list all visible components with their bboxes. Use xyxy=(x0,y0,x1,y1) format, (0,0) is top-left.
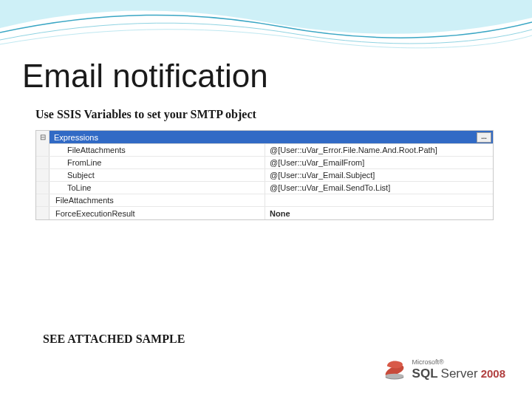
footer-note: SEE ATTACHED SAMPLE xyxy=(43,332,185,346)
property-value[interactable]: @[User::uVar_Email.Subject] xyxy=(265,169,493,181)
row-gutter xyxy=(36,182,50,194)
property-name: ToLine xyxy=(50,182,265,194)
property-name: ForceExecutionResult xyxy=(50,207,265,219)
table-row[interactable]: FromLine @[User::uVar_EmailFrom] xyxy=(36,157,493,169)
property-grid: ⊟ Expressions ... FileAttachments @[User… xyxy=(35,130,494,220)
table-row[interactable]: ToLine @[User::uVar_Email.SendTo.List] xyxy=(36,182,493,194)
property-value[interactable] xyxy=(265,194,493,206)
property-name: FromLine xyxy=(50,157,265,168)
svg-point-1 xyxy=(385,374,403,379)
property-name: FileAttachments xyxy=(50,144,265,156)
logo-vendor-text: Microsoft® xyxy=(412,359,505,366)
sql-server-logo: Microsoft® SQL Server 2008 xyxy=(381,356,505,383)
logo-product-text-b: Server xyxy=(441,367,478,380)
database-icon xyxy=(381,356,408,383)
row-gutter xyxy=(36,169,50,181)
table-row[interactable]: FileAttachments @[User::uVar_Error.File.… xyxy=(36,144,493,157)
row-gutter xyxy=(36,157,50,168)
property-name: Subject xyxy=(50,169,265,181)
property-value[interactable]: @[User::uVar_Error.File.Name.And.Root.Pa… xyxy=(265,144,493,156)
property-name: FileAttachments xyxy=(50,194,265,206)
property-value[interactable]: @[User::uVar_Email.SendTo.List] xyxy=(265,182,493,194)
row-gutter xyxy=(36,144,50,156)
table-row[interactable]: FileAttachments xyxy=(36,194,493,207)
page-title: Email notification xyxy=(22,58,268,95)
property-value[interactable]: None xyxy=(265,207,493,219)
property-value[interactable]: @[User::uVar_EmailFrom] xyxy=(265,157,493,168)
subtitle-text: Use SSIS Variables to set your SMTP obje… xyxy=(35,108,256,121)
ellipsis-button[interactable]: ... xyxy=(477,132,491,143)
collapse-icon[interactable]: ⊟ xyxy=(36,131,50,144)
grid-header-value: ... xyxy=(264,131,493,143)
logo-product-text-a: SQL xyxy=(412,367,438,380)
table-row[interactable]: Subject @[User::uVar_Email.Subject] xyxy=(36,169,493,182)
row-gutter xyxy=(36,194,50,206)
grid-header-row: ⊟ Expressions ... xyxy=(36,131,493,144)
row-gutter xyxy=(36,207,50,219)
table-row[interactable]: ForceExecutionResult None xyxy=(36,207,493,219)
logo-year-text: 2008 xyxy=(481,368,505,379)
grid-header-label[interactable]: Expressions xyxy=(50,131,264,143)
header-wave xyxy=(0,0,532,59)
